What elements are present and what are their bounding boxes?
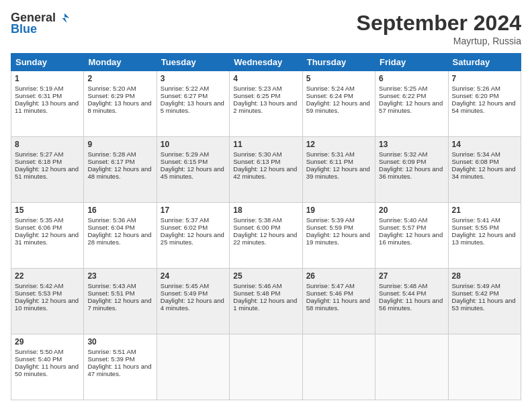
month-title: September 2024 [357, 11, 521, 36]
col-saturday: Saturday [448, 54, 521, 71]
table-row: 15Sunrise: 5:35 AMSunset: 6:06 PMDayligh… [11, 203, 84, 269]
calendar-week-row: 1Sunrise: 5:19 AMSunset: 6:31 PMDaylight… [11, 71, 521, 137]
sunrise-text: Sunrise: 5:29 AM [161, 150, 209, 158]
daylight-text: Daylight: 12 hours and 4 minutes. [161, 297, 224, 312]
day-number: 8 [15, 140, 80, 149]
sunset-text: Sunset: 6:20 PM [452, 92, 499, 99]
col-sunday: Sunday [11, 54, 84, 71]
daylight-text: Daylight: 13 hours and 11 minutes. [15, 99, 79, 114]
day-number: 14 [452, 140, 517, 149]
sunrise-text: Sunrise: 5:23 AM [233, 85, 281, 92]
table-row: 19Sunrise: 5:39 AMSunset: 5:59 PMDayligh… [302, 203, 375, 269]
daylight-text: Daylight: 13 hours and 8 minutes. [87, 99, 151, 114]
sunset-text: Sunset: 6:08 PM [452, 158, 499, 165]
daylight-text: Daylight: 12 hours and 19 minutes. [306, 231, 370, 246]
table-row: 6Sunrise: 5:25 AMSunset: 6:22 PMDaylight… [375, 71, 448, 137]
sunrise-text: Sunrise: 5:20 AM [87, 85, 136, 92]
sunset-text: Sunset: 6:31 PM [15, 92, 62, 99]
sunset-text: Sunset: 5:55 PM [452, 224, 499, 231]
table-row: 3Sunrise: 5:22 AMSunset: 6:27 PMDaylight… [157, 71, 229, 137]
day-number: 9 [87, 140, 152, 149]
table-row: 21Sunrise: 5:41 AMSunset: 5:55 PMDayligh… [448, 203, 521, 269]
daylight-text: Daylight: 12 hours and 54 minutes. [452, 99, 516, 114]
day-number: 28 [452, 271, 517, 281]
sunrise-text: Sunrise: 5:30 AM [233, 150, 281, 158]
sunset-text: Sunset: 5:53 PM [15, 289, 62, 297]
daylight-text: Daylight: 11 hours and 47 minutes. [87, 363, 151, 377]
sunset-text: Sunset: 5:46 PM [306, 289, 353, 297]
header: General Blue September 2024 Mayrtup, Rus… [11, 11, 521, 46]
sunset-text: Sunset: 6:29 PM [87, 92, 134, 99]
sunrise-text: Sunrise: 5:48 AM [379, 282, 427, 289]
daylight-text: Daylight: 12 hours and 31 minutes. [15, 231, 79, 246]
logo-blue: Blue [11, 22, 37, 36]
sunset-text: Sunset: 6:25 PM [233, 92, 280, 99]
table-row: 22Sunrise: 5:42 AMSunset: 5:53 PMDayligh… [11, 269, 84, 334]
sunset-text: Sunset: 6:15 PM [161, 158, 208, 165]
day-number: 6 [379, 74, 444, 83]
sunset-text: Sunset: 6:11 PM [306, 158, 353, 165]
day-number: 16 [87, 205, 152, 215]
sunrise-text: Sunrise: 5:35 AM [15, 216, 63, 224]
sunset-text: Sunset: 6:04 PM [87, 224, 134, 231]
day-number: 22 [15, 271, 80, 281]
sunrise-text: Sunrise: 5:43 AM [87, 282, 136, 289]
table-row: 9Sunrise: 5:28 AMSunset: 6:17 PMDaylight… [84, 137, 157, 203]
table-row: 16Sunrise: 5:36 AMSunset: 6:04 PMDayligh… [84, 203, 157, 269]
daylight-text: Daylight: 12 hours and 57 minutes. [379, 99, 443, 114]
col-wednesday: Wednesday [230, 54, 302, 71]
daylight-text: Daylight: 12 hours and 51 minutes. [15, 165, 79, 180]
col-thursday: Thursday [302, 54, 375, 71]
daylight-text: Daylight: 12 hours and 28 minutes. [87, 231, 151, 246]
table-row: 8Sunrise: 5:27 AMSunset: 6:18 PMDaylight… [11, 137, 84, 203]
sunset-text: Sunset: 5:42 PM [452, 289, 499, 297]
table-row: 28Sunrise: 5:49 AMSunset: 5:42 PMDayligh… [448, 269, 521, 334]
table-row: 29Sunrise: 5:50 AMSunset: 5:40 PMDayligh… [11, 334, 84, 400]
sunset-text: Sunset: 5:57 PM [379, 224, 426, 231]
calendar-week-row: 15Sunrise: 5:35 AMSunset: 6:06 PMDayligh… [11, 203, 521, 269]
daylight-text: Daylight: 13 hours and 5 minutes. [161, 99, 224, 114]
sunset-text: Sunset: 6:24 PM [306, 92, 353, 99]
table-row: 10Sunrise: 5:29 AMSunset: 6:15 PMDayligh… [157, 137, 229, 203]
sunset-text: Sunset: 6:18 PM [15, 158, 62, 165]
col-friday: Friday [375, 54, 448, 71]
calendar-week-row: 22Sunrise: 5:42 AMSunset: 5:53 PMDayligh… [11, 269, 521, 334]
sunrise-text: Sunrise: 5:42 AM [15, 282, 63, 289]
sunrise-text: Sunrise: 5:39 AM [306, 216, 355, 224]
daylight-text: Daylight: 12 hours and 13 minutes. [452, 231, 516, 246]
day-number: 27 [379, 271, 444, 281]
daylight-text: Daylight: 12 hours and 16 minutes. [379, 231, 443, 246]
table-row: 5Sunrise: 5:24 AMSunset: 6:24 PMDaylight… [302, 71, 375, 137]
day-number: 18 [233, 205, 298, 215]
sunrise-text: Sunrise: 5:46 AM [233, 282, 281, 289]
table-row: 27Sunrise: 5:48 AMSunset: 5:44 PMDayligh… [375, 269, 448, 334]
table-row: 13Sunrise: 5:32 AMSunset: 6:09 PMDayligh… [375, 137, 448, 203]
table-row: 2Sunrise: 5:20 AMSunset: 6:29 PMDaylight… [84, 71, 157, 137]
sunrise-text: Sunrise: 5:47 AM [306, 282, 355, 289]
table-row [448, 334, 521, 400]
sunrise-text: Sunrise: 5:25 AM [379, 85, 427, 92]
svg-marker-0 [62, 13, 69, 22]
day-number: 26 [306, 271, 371, 281]
logo: General Blue [11, 11, 71, 36]
daylight-text: Daylight: 12 hours and 45 minutes. [161, 165, 224, 180]
sunset-text: Sunset: 5:59 PM [306, 224, 353, 231]
calendar-table: Sunday Monday Tuesday Wednesday Thursday… [11, 53, 521, 400]
daylight-text: Daylight: 12 hours and 7 minutes. [87, 297, 151, 312]
sunset-text: Sunset: 6:02 PM [161, 224, 208, 231]
sunrise-text: Sunrise: 5:24 AM [306, 85, 355, 92]
table-row: 17Sunrise: 5:37 AMSunset: 6:02 PMDayligh… [157, 203, 229, 269]
sunrise-text: Sunrise: 5:41 AM [452, 216, 500, 224]
title-block: September 2024 Mayrtup, Russia [357, 11, 521, 46]
day-number: 30 [87, 337, 152, 347]
table-row [375, 334, 448, 400]
day-number: 15 [15, 205, 80, 215]
table-row: 23Sunrise: 5:43 AMSunset: 5:51 PMDayligh… [84, 269, 157, 334]
daylight-text: Daylight: 12 hours and 36 minutes. [379, 165, 443, 180]
sunrise-text: Sunrise: 5:22 AM [161, 85, 209, 92]
table-row: 4Sunrise: 5:23 AMSunset: 6:25 PMDaylight… [230, 71, 302, 137]
table-row: 14Sunrise: 5:34 AMSunset: 6:08 PMDayligh… [448, 137, 521, 203]
sunrise-text: Sunrise: 5:27 AM [15, 150, 63, 158]
table-row [302, 334, 375, 400]
sunrise-text: Sunrise: 5:26 AM [452, 85, 500, 92]
